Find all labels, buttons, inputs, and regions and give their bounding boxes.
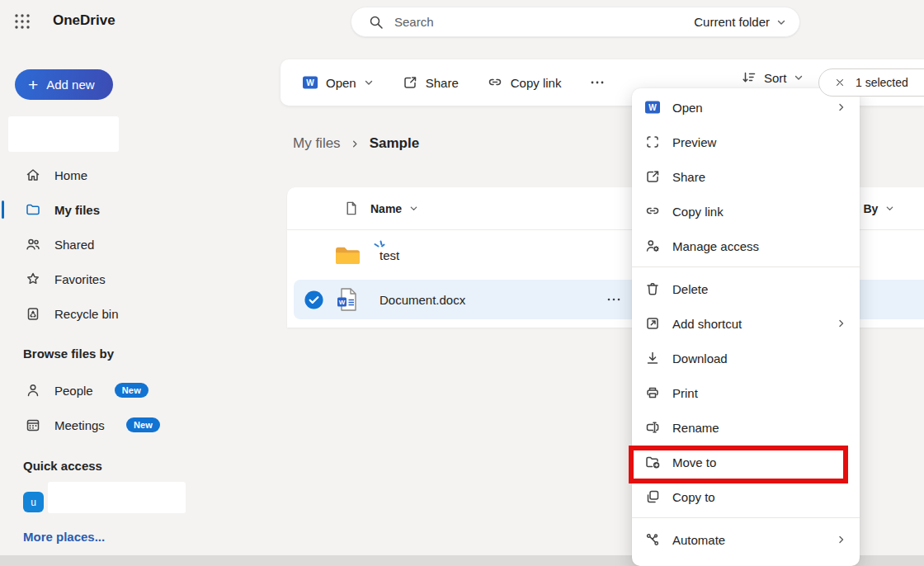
printer-icon (644, 384, 661, 401)
app-launcher-icon[interactable] (13, 12, 31, 31)
link-icon (644, 203, 661, 219)
word-icon: W (644, 99, 661, 116)
browse-files-section: People New Meetings New (0, 373, 277, 442)
menu-divider (632, 266, 860, 267)
sidebar-item-shared[interactable]: Shared (0, 227, 277, 262)
word-document-icon: W (333, 286, 361, 313)
menu-item-rename[interactable]: Rename (632, 410, 860, 445)
sort-button[interactable]: Sort (741, 69, 804, 86)
folder-icon (333, 244, 361, 266)
chevron-right-icon (837, 535, 846, 545)
download-icon (644, 350, 661, 366)
more-places-link[interactable]: More places... (23, 530, 105, 544)
quick-access-site-name[interactable] (48, 482, 186, 513)
selected-check-icon[interactable] (294, 290, 333, 310)
menu-item-preview[interactable]: Preview (632, 125, 860, 159)
recycle-bin-icon (25, 305, 41, 322)
chevron-down-icon (364, 78, 374, 87)
search-scope-dropdown[interactable]: Current folder (694, 15, 786, 29)
context-menu: W Open Preview Share Copy link (632, 88, 860, 566)
svg-text:W: W (306, 78, 314, 87)
copy-to-icon (644, 488, 661, 505)
selection-count-pill[interactable]: 1 selected (818, 68, 924, 97)
manage-access-icon (644, 238, 661, 254)
share-button[interactable]: Share (394, 68, 467, 97)
new-item-indicator-icon (374, 240, 385, 251)
menu-item-label: Add shortcut (672, 317, 825, 331)
browse-files-by-heading: Browse files by (23, 347, 114, 361)
quick-access-site-tile[interactable]: u (23, 492, 44, 512)
add-new-button[interactable]: + Add new (15, 69, 113, 100)
add-shortcut-icon (644, 315, 661, 332)
onedrive-app: OneDrive Current folder + Add new Home (0, 0, 924, 566)
add-new-label: Add new (46, 78, 94, 92)
menu-item-label: Download (672, 351, 846, 366)
more-commands-button[interactable] (581, 68, 614, 97)
sidebar-item-meetings[interactable]: Meetings New (0, 408, 277, 442)
sidebar-item-home[interactable]: Home (0, 158, 277, 192)
menu-divider (632, 517, 860, 518)
svg-text:W: W (339, 299, 346, 306)
trash-icon (644, 281, 661, 297)
sidebar-item-label: People (54, 384, 93, 398)
folder-icon (25, 201, 41, 218)
ellipsis-icon (589, 74, 606, 91)
breadcrumb: My files Sample (293, 135, 419, 152)
menu-item-delete[interactable]: Delete (632, 271, 860, 306)
file-name[interactable]: Document.docx (380, 293, 465, 307)
sidebar-item-label: Recycle bin (54, 307, 119, 321)
breadcrumb-current: Sample (370, 135, 419, 152)
menu-item-automate[interactable]: Automate (632, 522, 860, 557)
search-bar[interactable]: Current folder (351, 7, 800, 37)
person-icon (25, 382, 41, 399)
sidebar-item-recycle-bin[interactable]: Recycle bin (0, 296, 277, 331)
share-icon (644, 168, 661, 185)
menu-item-label: Open (672, 101, 825, 115)
copy-link-button[interactable]: Copy link (478, 68, 570, 97)
menu-item-label: Rename (672, 421, 846, 435)
new-badge: New (126, 417, 160, 432)
chevron-down-icon (776, 17, 786, 27)
sidebar-item-label: My files (54, 203, 100, 217)
menu-item-print[interactable]: Print (632, 375, 860, 410)
word-icon: W (302, 74, 318, 91)
link-icon (487, 74, 503, 91)
share-icon (402, 74, 418, 91)
menu-item-move-to[interactable]: Move to (632, 445, 860, 479)
search-scope-label: Current folder (694, 15, 770, 29)
sidebar-nav: Home My files Shared Favorites Recycle b… (0, 158, 277, 331)
dismiss-icon[interactable] (834, 77, 846, 88)
menu-item-manage-access[interactable]: Manage access (632, 229, 860, 263)
chevron-right-icon (837, 318, 846, 328)
storage-info-box (8, 116, 119, 152)
menu-item-download[interactable]: Download (632, 341, 860, 375)
search-input[interactable] (394, 15, 694, 29)
automate-icon (644, 531, 661, 548)
column-name-label: Name (370, 202, 402, 215)
menu-item-add-shortcut[interactable]: Add shortcut (632, 306, 860, 341)
column-header-name[interactable]: Name (370, 202, 418, 215)
menu-item-label: Move to (672, 455, 846, 469)
sort-icon (741, 69, 757, 86)
sidebar-item-my-files[interactable]: My files (0, 192, 277, 227)
menu-item-copy-link[interactable]: Copy link (632, 194, 860, 229)
breadcrumb-parent[interactable]: My files (293, 135, 341, 152)
menu-item-label: Preview (672, 135, 846, 149)
search-icon (368, 14, 384, 31)
people-icon (25, 236, 41, 252)
sidebar-item-label: Shared (54, 238, 94, 252)
menu-item-copy-to[interactable]: Copy to (632, 479, 860, 514)
plus-icon: + (28, 76, 38, 93)
menu-item-label: Manage access (672, 239, 846, 253)
sidebar-item-people[interactable]: People New (0, 373, 277, 408)
move-to-icon (644, 454, 661, 470)
sidebar-item-favorites[interactable]: Favorites (0, 262, 277, 296)
rename-icon (644, 419, 661, 436)
open-button[interactable]: W Open (294, 68, 382, 97)
chevron-right-icon (351, 139, 360, 149)
menu-item-label: Print (672, 386, 846, 400)
menu-item-share[interactable]: Share (632, 159, 860, 194)
menu-item-label: Copy to (672, 490, 846, 504)
row-more-actions-button[interactable] (606, 291, 622, 308)
chevron-down-icon (794, 73, 804, 83)
